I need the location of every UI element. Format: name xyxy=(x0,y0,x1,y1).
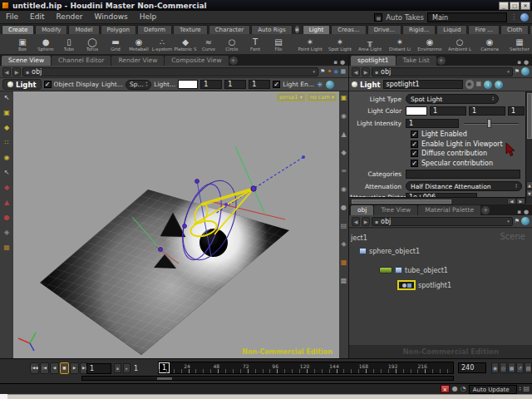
transport-button[interactable]: ▶ xyxy=(70,362,79,374)
viewport-tool-icon[interactable]: ▣ xyxy=(341,94,347,101)
shelf-tool-button[interactable]: ✶ Distant Li xyxy=(385,34,415,54)
menu-item[interactable]: Render xyxy=(51,11,89,23)
back-button[interactable]: ◀ xyxy=(2,67,11,76)
scroll-left-button[interactable]: ◀ xyxy=(507,198,516,204)
gear-icon[interactable]: ◉ xyxy=(466,80,474,89)
auto-update-select[interactable]: Auto Update xyxy=(469,385,517,394)
param-horizontal-scrollbar[interactable]: ◀ ▶ xyxy=(349,197,525,204)
shelf-tab[interactable]: Polygon xyxy=(101,25,137,34)
transport-button[interactable]: ◀ xyxy=(50,362,59,374)
playbar-option-button[interactable]: ↺ xyxy=(516,362,524,373)
new-tab-button[interactable]: + xyxy=(229,57,238,65)
pane-maximize-icon[interactable]: ▪ xyxy=(517,209,521,215)
help-sphere-icon[interactable] xyxy=(520,13,529,22)
path-dropdown-icon[interactable]: ▾ xyxy=(507,69,510,74)
shelf-tab[interactable]: Deform xyxy=(137,25,172,34)
forward-button[interactable]: ▶ xyxy=(12,67,21,76)
shelf-tool-button[interactable]: ✶ Point Light xyxy=(295,34,325,54)
pin-icon[interactable]: ▪ xyxy=(375,219,378,224)
viewport-tool-icon[interactable]: ◈ xyxy=(341,240,346,248)
shelf-tool-button[interactable]: ▦ Switcher xyxy=(505,34,532,54)
shelf-tool-button[interactable]: ◯ Torus xyxy=(81,34,104,54)
minimize-button[interactable]: _ xyxy=(499,2,509,10)
viewport-camera-badge[interactable]: persp1 ▾ xyxy=(277,93,305,101)
color-b-field[interactable]: 1 xyxy=(249,80,270,89)
help-sphere-icon[interactable] xyxy=(326,81,334,89)
viewport-tool-icon[interactable]: ↖ xyxy=(4,94,10,101)
shelf-tab[interactable]: Create xyxy=(2,25,34,34)
viewport-tool-icon[interactable]: ▣ xyxy=(3,109,10,116)
pin-icon[interactable]: ▪ xyxy=(26,69,29,75)
shelf-tool-button[interactable]: ▯ Tube xyxy=(57,34,81,54)
light-color-swatch[interactable] xyxy=(178,80,198,89)
takes-menu-dots[interactable]: ⋮ xyxy=(510,13,517,21)
scrollbar-thumb[interactable] xyxy=(352,200,451,204)
pane-tab[interactable]: Tree View xyxy=(374,205,417,215)
viewport-tool-icon[interactable]: ◉ xyxy=(341,185,347,193)
node-type-chip[interactable]: Light xyxy=(2,79,42,90)
viewport-tool-icon[interactable]: ◉ xyxy=(4,154,10,161)
color-r-field[interactable]: 1 xyxy=(200,80,222,89)
grid-snap-icon[interactable]: ▦ xyxy=(340,67,346,76)
forward-button[interactable]: ▶ xyxy=(362,67,370,76)
shelf-tool-button[interactable]: ○ Circle xyxy=(220,34,244,54)
shelf-tab[interactable]: Auto Rigs xyxy=(251,25,292,34)
help-icon[interactable]: ? xyxy=(495,81,503,89)
transport-button[interactable]: |◀ xyxy=(40,362,49,374)
transport-button[interactable]: ■ xyxy=(60,362,69,374)
shelf-tool-button[interactable]: ∴ L-system xyxy=(150,34,174,54)
path-dropdown-icon[interactable]: ▾ xyxy=(507,219,510,224)
timeline-range-slider[interactable] xyxy=(81,376,454,381)
shelf-tool-button[interactable]: ◉ Environme xyxy=(415,34,445,54)
pane-menu-icon[interactable]: ● xyxy=(340,59,345,66)
menu-item[interactable]: Windows xyxy=(89,11,134,23)
shelf-tool-button[interactable]: ▣ Box xyxy=(11,34,34,54)
axis-icon[interactable]: ✳ xyxy=(317,81,323,89)
new-tab-button[interactable]: + xyxy=(481,206,490,214)
close-button[interactable]: ✕ xyxy=(520,2,530,10)
playbar-toggle-button[interactable]: ▸ xyxy=(123,363,131,373)
slider-handle[interactable] xyxy=(487,119,491,128)
viewport-tool-icon[interactable]: ▩ xyxy=(341,277,347,284)
shelf-tab[interactable]: Liquid xyxy=(436,25,467,34)
viewport-tool-icon[interactable]: ◆ xyxy=(4,124,9,131)
viewport-tool-icon[interactable]: ● xyxy=(341,204,347,211)
light-intensity-slider[interactable] xyxy=(464,119,519,128)
shelf-tab[interactable]: Texture xyxy=(173,25,208,34)
display-flag-icon[interactable] xyxy=(379,267,392,273)
flag-icon[interactable]: ⚑ xyxy=(515,67,520,76)
scene-viewport[interactable]: persp1 ▾ no cam ▾ Non-Commercial Edition xyxy=(13,91,339,358)
pin-icon[interactable]: ▪ xyxy=(375,69,378,75)
help-sphere-icon[interactable] xyxy=(521,217,530,225)
shelf-tool-button[interactable]: T Font xyxy=(244,34,267,54)
color-b-field[interactable]: 1 xyxy=(508,106,525,116)
transport-button[interactable]: |◀◀ xyxy=(30,362,39,374)
pane-tab[interactable]: Scene View xyxy=(2,56,51,66)
checkbox-checked[interactable]: ✓ xyxy=(411,140,418,148)
viewport-tool-icon[interactable]: ▤ xyxy=(341,222,347,229)
light-enabled-checkbox[interactable]: ✓ xyxy=(273,81,280,88)
pane-tab[interactable]: spotlight1 xyxy=(351,56,396,66)
viewport-tool-icon[interactable]: ▦ xyxy=(341,259,347,266)
playbar-option-button[interactable]: ◉ xyxy=(491,362,499,373)
shelf-tab[interactable]: Rigid... xyxy=(402,25,436,34)
menu-item[interactable]: Help xyxy=(134,11,163,23)
viewport-tool-icon[interactable]: ↖ xyxy=(4,169,10,176)
viewport-tool-icon[interactable]: ▲ xyxy=(341,131,346,138)
viewport-tool-icon[interactable]: ● xyxy=(4,214,10,221)
range-thumb[interactable] xyxy=(157,377,172,380)
playbar-option-button[interactable]: ▦ xyxy=(508,362,515,373)
shelf-tab[interactable]: Character xyxy=(209,25,251,34)
take-select[interactable]: Main xyxy=(427,12,507,22)
flag-icon[interactable]: ⚑ xyxy=(515,217,520,226)
checkbox-checked[interactable]: ✓ xyxy=(411,131,418,138)
pane-tab[interactable]: Composite View xyxy=(165,56,228,66)
shelf-tool-button[interactable]: ✶ Spot Light xyxy=(325,34,355,54)
viewport-tool-icon[interactable]: ◆ xyxy=(4,184,9,191)
pane-menu-icon[interactable]: ● xyxy=(524,59,529,66)
checkbox-checked[interactable]: ✓ xyxy=(411,150,418,157)
back-button[interactable]: ◀ xyxy=(352,217,360,226)
menu-item[interactable]: Edit xyxy=(24,11,50,23)
pane-tab[interactable]: Render View xyxy=(111,56,164,66)
playbar-option-button[interactable]: ▨ xyxy=(525,362,532,373)
